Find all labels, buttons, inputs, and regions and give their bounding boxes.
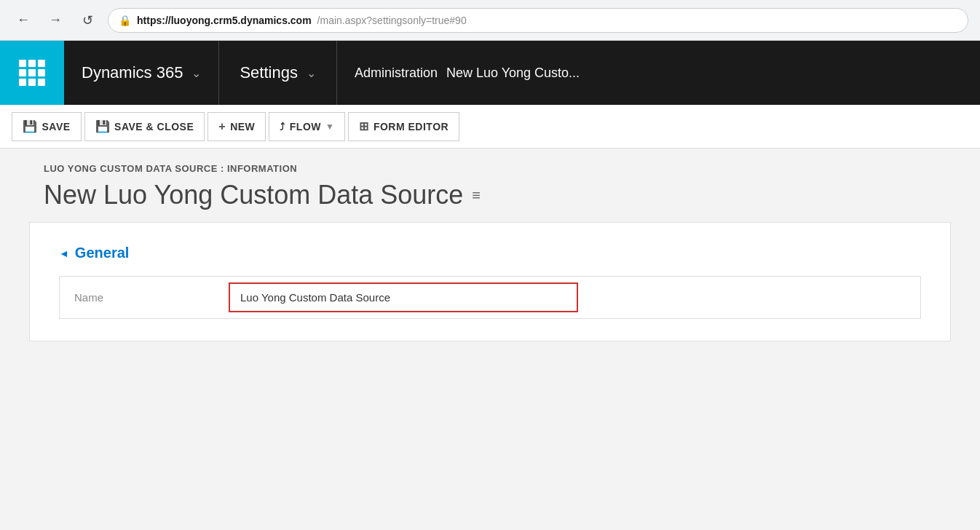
url-domain: https://luoyong.crm5.dynamics.com bbox=[137, 15, 312, 26]
new-button[interactable]: + NEW bbox=[208, 112, 266, 141]
new-label: NEW bbox=[230, 121, 255, 132]
save-close-button[interactable]: 💾 SAVE & CLOSE bbox=[84, 112, 205, 141]
flow-icon: ⤴ bbox=[280, 121, 285, 132]
settings-nav[interactable]: Settings ⌄ bbox=[219, 41, 337, 105]
app-title: Dynamics 365 bbox=[82, 63, 183, 82]
header-breadcrumb: Administration New Luo Yong Custo... bbox=[337, 66, 597, 81]
page-title: New Luo Yong Custom Data Source bbox=[44, 180, 463, 210]
form-editor-icon: ⊞ bbox=[359, 119, 369, 133]
section-title: General bbox=[75, 245, 129, 261]
refresh-button[interactable]: ↺ bbox=[76, 9, 99, 32]
flow-chevron-icon: ▼ bbox=[325, 122, 334, 132]
form-row-name: Name bbox=[59, 276, 921, 319]
page-content: LUO YONG CUSTOM DATA SOURCE : INFORMATIO… bbox=[0, 149, 980, 341]
save-icon: 💾 bbox=[23, 119, 38, 133]
grid-icon bbox=[19, 60, 45, 86]
new-icon: + bbox=[218, 120, 226, 133]
save-close-label: SAVE & CLOSE bbox=[114, 121, 194, 132]
form-editor-label: FORM EDITOR bbox=[374, 121, 448, 132]
address-bar[interactable]: 🔒 https://luoyong.crm5.dynamics.com /mai… bbox=[108, 8, 968, 33]
settings-label: Settings bbox=[240, 63, 298, 82]
url-path: /main.aspx?settingsonly=true#90 bbox=[317, 15, 467, 26]
browser-bar: ← → ↺ 🔒 https://luoyong.crm5.dynamics.co… bbox=[0, 0, 980, 41]
forward-button[interactable]: → bbox=[44, 9, 67, 32]
name-label: Name bbox=[60, 277, 220, 318]
breadcrumb-admin[interactable]: Administration bbox=[355, 66, 438, 81]
save-button[interactable]: 💾 SAVE bbox=[12, 112, 82, 141]
page-header: LUO YONG CUSTOM DATA SOURCE : INFORMATIO… bbox=[0, 149, 980, 222]
breadcrumb-current: New Luo Yong Custo... bbox=[446, 66, 580, 81]
form-container: ◄ General Name bbox=[29, 222, 951, 341]
flow-label: FLOW bbox=[290, 121, 321, 132]
settings-chevron-icon: ⌄ bbox=[307, 66, 316, 80]
form-editor-button[interactable]: ⊞ FORM EDITOR bbox=[348, 112, 459, 141]
page-breadcrumb: LUO YONG CUSTOM DATA SOURCE : INFORMATIO… bbox=[44, 163, 936, 174]
section-header: ◄ General bbox=[59, 245, 921, 261]
section-collapse-icon[interactable]: ◄ bbox=[59, 248, 69, 259]
app-title-area[interactable]: Dynamics 365 ⌄ bbox=[64, 41, 219, 105]
save-label: SAVE bbox=[42, 121, 71, 132]
save-close-icon: 💾 bbox=[95, 119, 111, 133]
page-menu-icon[interactable]: ≡ bbox=[472, 187, 481, 204]
lock-icon: 🔒 bbox=[119, 15, 131, 26]
name-field-wrapper bbox=[220, 277, 920, 318]
app-grid-button[interactable] bbox=[0, 41, 64, 105]
flow-button[interactable]: ⤴ FLOW ▼ bbox=[269, 112, 345, 141]
app-header: Dynamics 365 ⌄ Settings ⌄ Administration… bbox=[0, 41, 980, 105]
page-title-row: New Luo Yong Custom Data Source ≡ bbox=[44, 180, 936, 210]
app-chevron-icon: ⌄ bbox=[191, 66, 201, 80]
toolbar: 💾 SAVE 💾 SAVE & CLOSE + NEW ⤴ FLOW ▼ ⊞ F… bbox=[0, 105, 980, 149]
back-button[interactable]: ← bbox=[12, 9, 35, 32]
name-input[interactable] bbox=[229, 282, 578, 312]
